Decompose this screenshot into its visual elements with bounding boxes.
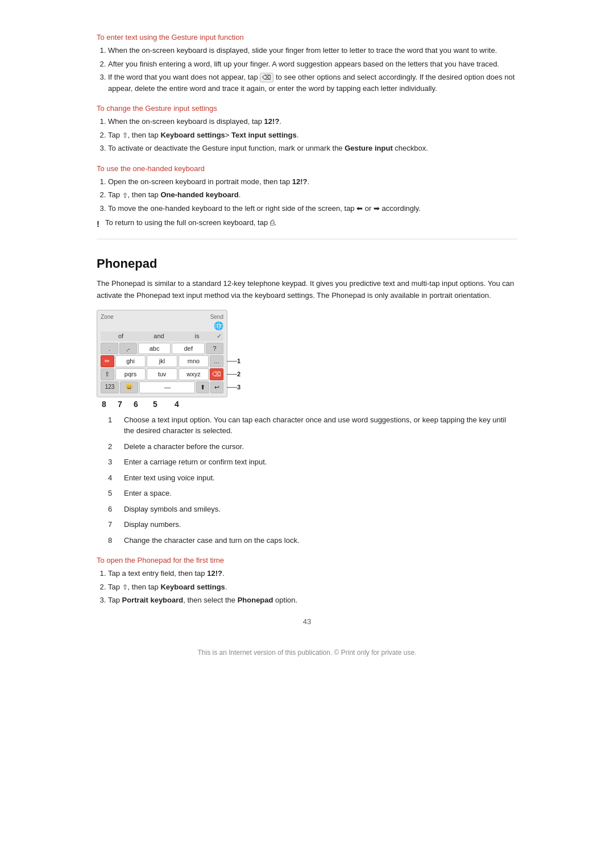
one-handed-step-3: To move the one-handed keyboard to the l… bbox=[108, 203, 517, 214]
phonepad-open-heading: To open the Phonepad for the first time bbox=[97, 556, 517, 564]
callout-num-6: 6 bbox=[108, 504, 124, 515]
one-handed-note: ! To return to using the full on-screen … bbox=[97, 218, 517, 229]
suggestion-is: is bbox=[179, 333, 215, 340]
page-number: 43 bbox=[97, 617, 517, 626]
one-handed-section: To use the one-handed keyboard Open the … bbox=[97, 164, 517, 229]
callout-text-5: Enter a space. bbox=[124, 488, 172, 499]
globe-icon: 🌐 bbox=[214, 321, 223, 330]
callout-item-5: 5 Enter a space. bbox=[108, 488, 517, 499]
one-handed-step-1: Open the on-screen keyboard in portrait … bbox=[108, 176, 517, 188]
phonepad-open-step-1: Tap a text entry field, then tap 12!?. bbox=[108, 568, 517, 579]
phonepad-bottom-labels: 8 7 6 5 4 bbox=[99, 400, 227, 409]
phonepad-title: Phonepad bbox=[97, 256, 517, 271]
phonepad-open-step-3: Tap Portrait keyboard, then select the P… bbox=[108, 595, 517, 606]
callout-num-5: 5 bbox=[108, 488, 124, 499]
note-exclamation-icon: ! bbox=[97, 219, 99, 229]
callout-item-4: 4 Enter text using voice input. bbox=[108, 472, 517, 484]
keyboard-settings-bold-2: Keyboard settings bbox=[160, 583, 225, 591]
callout-num-4: 4 bbox=[108, 472, 124, 484]
zone-label: Zone bbox=[101, 314, 114, 320]
callout-text-7: Display numbers. bbox=[124, 519, 181, 530]
portrait-keyboard-bold: Portrait keyboard bbox=[122, 596, 184, 604]
phonepad-bold: Phonepad bbox=[238, 596, 273, 604]
callout-text-4: Enter text using voice input. bbox=[124, 472, 215, 484]
one-handed-bold: One-handed keyboard bbox=[160, 190, 238, 199]
suggestion-and: and bbox=[140, 333, 177, 340]
one-handed-heading: To use the one-handed keyboard bbox=[97, 164, 517, 173]
up-arrow-icon-2: ⇧ bbox=[122, 190, 128, 201]
one-handed-steps: Open the on-screen keyboard in portrait … bbox=[108, 176, 517, 214]
phonepad-wrapper: Zone Send 🌐 of and is ✓ . bbox=[97, 310, 517, 409]
phonepad-image: Zone Send 🌐 of and is ✓ . bbox=[97, 310, 227, 409]
callout-text-6: Display symbols and smileys. bbox=[124, 504, 221, 515]
keyboard-settings-bold: Keyboard settings bbox=[160, 131, 225, 139]
inline-12: 12!? bbox=[264, 117, 280, 126]
gesture-step-3: If the word that you want does not appea… bbox=[108, 72, 517, 94]
suggestion-of: of bbox=[102, 333, 139, 340]
gesture-input-steps: When the on-screen keyboard is displayed… bbox=[108, 45, 517, 94]
inline-12-3: 12!? bbox=[207, 569, 222, 578]
label-4: 4 bbox=[172, 400, 182, 409]
gesture-settings-step-3: To activate or deactivate the Gesture in… bbox=[108, 143, 517, 154]
label-7: 7 bbox=[115, 400, 125, 409]
gesture-step-1: When the on-screen keyboard is displayed… bbox=[108, 45, 517, 56]
gesture-settings-section: To change the Gesture input settings Whe… bbox=[97, 104, 517, 154]
callout-text-8: Change the character case and turn on th… bbox=[124, 535, 300, 546]
gesture-settings-steps: When the on-screen keyboard is displayed… bbox=[108, 116, 517, 154]
label-6: 6 bbox=[131, 400, 141, 409]
label-8: 8 bbox=[99, 400, 109, 409]
backspace-icon: ⌫ bbox=[260, 73, 273, 82]
callout-text-2: Delete a character before the cursor. bbox=[124, 441, 244, 452]
gesture-settings-step-2: Tap ⇧, then tap Keyboard settings> Text … bbox=[108, 130, 517, 141]
callout-item-6: 6 Display symbols and smileys. bbox=[108, 504, 517, 515]
gesture-settings-step-1: When the on-screen keyboard is displayed… bbox=[108, 116, 517, 127]
gesture-input-bold: Gesture input bbox=[345, 144, 393, 152]
text-input-settings-bold: Text input settings bbox=[231, 131, 297, 139]
callout-num-7: 7 bbox=[108, 519, 124, 530]
phonepad-body: The Phonepad is similar to a standard 12… bbox=[97, 278, 517, 302]
one-handed-step-2: Tap ⇧, then tap One-handed keyboard. bbox=[108, 189, 517, 201]
callout-num-1: 1 bbox=[108, 414, 124, 437]
phonepad-open-step-2: Tap ⇧, then tap Keyboard settings. bbox=[108, 582, 517, 593]
callout-item-3: 3 Enter a carriage return or confirm tex… bbox=[108, 456, 517, 468]
note-text: To return to using the full on-screen ke… bbox=[105, 218, 276, 227]
callout-text-1: Choose a text input option. You can tap … bbox=[124, 414, 517, 437]
footer-text: This is an Internet version of this publ… bbox=[97, 649, 517, 662]
page-content: To enter text using the Gesture input fu… bbox=[85, 0, 529, 696]
gesture-input-heading: To enter text using the Gesture input fu… bbox=[97, 33, 517, 41]
callout-num-3: 3 bbox=[108, 456, 124, 468]
callout-num-8: 8 bbox=[108, 535, 124, 546]
gesture-input-section: To enter text using the Gesture input fu… bbox=[97, 33, 517, 94]
phonepad-open-section: To open the Phonepad for the first time … bbox=[97, 556, 517, 606]
callout-item-7: 7 Display numbers. bbox=[108, 519, 517, 530]
up-arrow-icon-3: ⇧ bbox=[122, 582, 128, 592]
gesture-step-2: After you finish entering a word, lift u… bbox=[108, 59, 517, 70]
callout-item-2: 2 Delete a character before the cursor. bbox=[108, 441, 517, 452]
send-label: Send bbox=[210, 314, 223, 320]
phonepad-section: Phonepad The Phonepad is similar to a st… bbox=[97, 256, 517, 606]
up-arrow-icon: ⇧ bbox=[122, 130, 128, 140]
section-divider bbox=[97, 239, 517, 239]
callout-num-2: 2 bbox=[108, 441, 124, 452]
checkmark-icon: ✓ bbox=[217, 333, 222, 340]
callout-item-1: 1 Choose a text input option. You can ta… bbox=[108, 414, 517, 437]
phonepad-callout-list: 1 Choose a text input option. You can ta… bbox=[108, 414, 517, 546]
label-5: 5 bbox=[150, 400, 160, 409]
gesture-settings-heading: To change the Gesture input settings bbox=[97, 104, 517, 113]
inline-12-2: 12!? bbox=[292, 177, 308, 186]
callout-item-8: 8 Change the character case and turn on … bbox=[108, 535, 517, 546]
callout-text-3: Enter a carriage return or confirm text … bbox=[124, 456, 267, 468]
phonepad-open-steps: Tap a text entry field, then tap 12!?. T… bbox=[108, 568, 517, 606]
